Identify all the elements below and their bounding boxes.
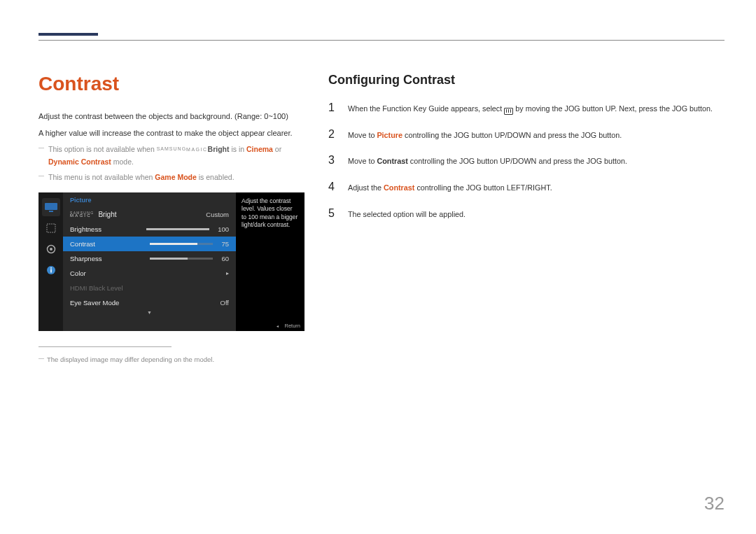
accent-bar xyxy=(38,33,98,36)
svg-point-4 xyxy=(50,248,52,251)
osd-row-sharpness: Sharpness 60 xyxy=(63,251,236,266)
step-5: 5 The selected option will be applied. xyxy=(328,207,724,220)
step-text: When the Function Key Guide appears, sel… xyxy=(348,103,724,115)
short-divider xyxy=(38,346,172,347)
step-text: Move to Picture controlling the JOG butt… xyxy=(348,129,724,141)
osd-row-magicbright: SAMSUNG MAGIC Bright Custom xyxy=(63,207,236,222)
step-number: 3 xyxy=(328,154,337,167)
chevron-down-icon: ▼ xyxy=(63,310,236,320)
svg-rect-6 xyxy=(50,269,52,272)
osd-row-eyesaver: Eye Saver Mode Off xyxy=(63,295,236,310)
step-number: 5 xyxy=(328,207,337,220)
intro-line-2: A higher value will increase the contras… xyxy=(38,127,304,140)
step-number: 4 xyxy=(328,181,337,193)
triangle-left-icon: ◂ xyxy=(276,324,279,328)
display-settings-icon xyxy=(42,219,60,237)
osd-row-color: Color xyxy=(63,266,236,281)
osd-header: Picture xyxy=(63,192,236,207)
step-number: 2 xyxy=(328,128,337,141)
osd-row-brightness: Brightness 100 xyxy=(63,222,236,237)
page-title: Contrast xyxy=(38,73,304,95)
osd-sidebar xyxy=(38,192,63,331)
step-text: Adjust the Contrast controlling the JOG … xyxy=(348,182,724,194)
monitor-icon xyxy=(42,198,60,216)
osd-row-contrast: Contrast 75 xyxy=(63,237,236,251)
left-column: Contrast Adjust the contrast between the… xyxy=(38,73,304,363)
page-number: 32 xyxy=(704,493,724,514)
intro-line-1: Adjust the contrast between the objects … xyxy=(38,111,304,123)
note-magic-bright: This option is not available when SAMSUN… xyxy=(38,143,304,169)
step-3: 3 Move to Contrast controlling the JOG b… xyxy=(328,154,724,167)
note-game-mode: This menu is not available when Game Mod… xyxy=(38,171,304,184)
chevron-right-icon xyxy=(226,270,229,276)
subsection-title: Configuring Contrast xyxy=(328,73,724,87)
step-text: The selected option will be applied. xyxy=(348,209,724,220)
step-number: 1 xyxy=(328,101,337,114)
step-4: 4 Adjust the Contrast controlling the JO… xyxy=(328,181,724,194)
gear-icon xyxy=(42,240,60,258)
step-text: Move to Contrast controlling the JOG but… xyxy=(348,155,724,167)
osd-return-label: ◂Return xyxy=(276,323,300,330)
magic-bright-badge: SAMSUNG MAGIC xyxy=(70,211,94,218)
svg-rect-2 xyxy=(47,224,55,232)
top-divider xyxy=(38,40,724,41)
svg-rect-0 xyxy=(45,203,57,210)
osd-help-panel: Adjust the contrast level. Values closer… xyxy=(236,192,304,331)
svg-rect-1 xyxy=(49,211,53,212)
step-1: 1 When the Function Key Guide appears, s… xyxy=(328,101,724,115)
osd-main-panel: Picture SAMSUNG MAGIC Bright Custom Brig… xyxy=(63,192,236,331)
svg-rect-7 xyxy=(50,267,52,269)
step-2: 2 Move to Picture controlling the JOG bu… xyxy=(328,128,724,141)
right-column: Configuring Contrast 1 When the Function… xyxy=(328,73,724,363)
caption-note: The displayed image may differ depending… xyxy=(38,356,304,363)
menu-glyph-icon xyxy=(504,108,513,115)
osd-screenshot: Picture SAMSUNG MAGIC Bright Custom Brig… xyxy=(38,192,304,331)
info-icon xyxy=(42,261,60,279)
osd-row-hdmi: HDMI Black Level xyxy=(63,281,236,295)
